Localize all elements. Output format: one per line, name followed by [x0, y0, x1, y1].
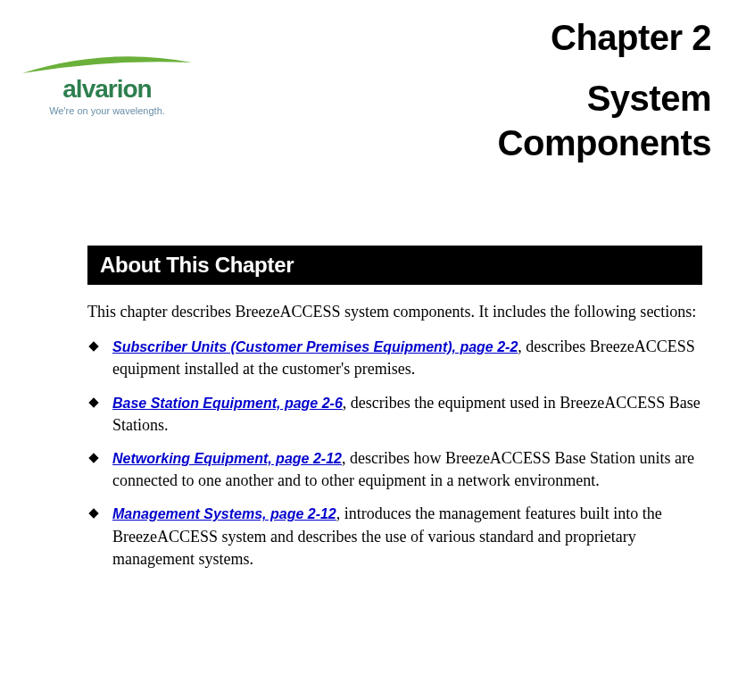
link-networking-equipment[interactable]: Networking Equipment, page 2-12 [112, 451, 342, 466]
brand-logo: alvarion We're on your wavelength. [18, 54, 196, 116]
bullet-body: Subscriber Units (Customer Premises Equi… [112, 336, 702, 380]
diamond-icon [87, 507, 100, 520]
list-item: Management Systems, page 2-12, introduce… [87, 503, 702, 571]
list-item: Networking Equipment, page 2-12, describ… [87, 447, 702, 492]
chapter-title-line1: System [587, 79, 711, 118]
link-management-systems[interactable]: Management Systems, page 2-12 [112, 506, 336, 521]
bullet-list: Subscriber Units (Customer Premises Equi… [87, 336, 702, 571]
chapter-heading: System Components [214, 76, 711, 165]
svg-rect-3 [88, 509, 98, 519]
brand-tagline: We're on your wavelength. [49, 105, 165, 116]
list-item: Base Station Equipment, page 2-6, descri… [87, 392, 702, 437]
page-header: alvarion We're on your wavelength. Chapt… [18, 18, 711, 165]
svg-rect-0 [88, 342, 98, 352]
chapter-title-line2: Components [498, 123, 711, 162]
chapter-title-block: Chapter 2 System Components [214, 18, 711, 165]
section-bar: About This Chapter [87, 246, 702, 285]
list-item: Subscriber Units (Customer Premises Equi… [87, 336, 702, 380]
diamond-icon [87, 452, 100, 464]
link-subscriber-units[interactable]: Subscriber Units (Customer Premises Equi… [112, 339, 518, 354]
bullet-body: Networking Equipment, page 2-12, describ… [112, 447, 702, 492]
chapter-label: Chapter 2 [214, 18, 711, 58]
diamond-icon [87, 396, 100, 409]
intro-paragraph: This chapter describes BreezeACCESS syst… [87, 301, 702, 323]
diamond-icon [87, 340, 100, 353]
content-body: About This Chapter This chapter describe… [87, 246, 702, 571]
svg-rect-1 [88, 397, 98, 407]
link-base-station-equipment[interactable]: Base Station Equipment, page 2-6 [112, 396, 343, 411]
bullet-body: Base Station Equipment, page 2-6, descri… [112, 392, 702, 437]
brand-name: alvarion [62, 75, 151, 104]
svg-rect-2 [88, 453, 98, 462]
bullet-body: Management Systems, page 2-12, introduce… [112, 503, 702, 571]
